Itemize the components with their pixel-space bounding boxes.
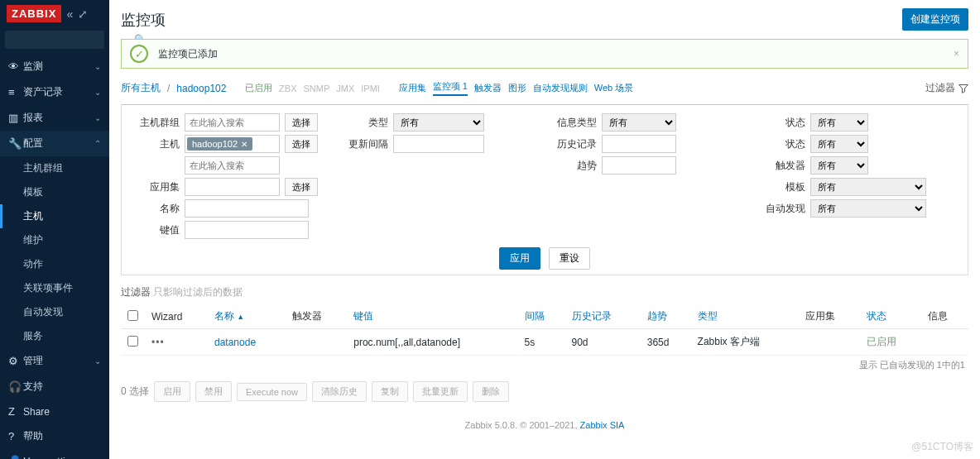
nav-help[interactable]: ?帮助 <box>0 423 109 449</box>
filter-key[interactable] <box>185 221 309 239</box>
nav-sub-correlation[interactable]: 关联项事件 <box>0 276 109 300</box>
bulk-exec[interactable]: Execute now <box>237 383 307 401</box>
select-apps[interactable]: 选择 <box>285 178 318 196</box>
popout-icon[interactable]: ⤢ <box>78 7 88 21</box>
nav-sub-templates[interactable]: 模板 <box>0 180 109 204</box>
tab-web[interactable]: Web 场景 <box>594 82 633 94</box>
bulk-enable[interactable]: 启用 <box>154 381 190 402</box>
nav-support[interactable]: 🎧支持 <box>0 374 109 399</box>
filter-template[interactable]: 所有 <box>810 178 926 196</box>
filter-name[interactable] <box>185 199 309 218</box>
crumb-all-hosts[interactable]: 所有主机 <box>121 81 161 95</box>
reset-button[interactable]: 重设 <box>549 247 590 270</box>
tab-triggers[interactable]: 触发器 <box>474 82 502 94</box>
nav-admin[interactable]: ⚙管理⌄ <box>0 348 109 374</box>
tab-items[interactable]: 监控项 1 <box>433 80 468 96</box>
col-history[interactable]: 历史记录 <box>565 304 641 329</box>
col-trend[interactable]: 趋势 <box>641 304 691 329</box>
host-tag[interactable]: hadoop102✕ <box>187 137 252 151</box>
tab-graphs[interactable]: 图形 <box>508 82 526 94</box>
check-icon: ✓ <box>130 45 148 63</box>
funnel-icon <box>958 84 968 93</box>
filter-history[interactable] <box>602 135 676 153</box>
main-content: 监控项 创建监控项 ✓ 监控项已添加 × 所有主机 / hadoop102 已启… <box>109 0 980 459</box>
bulk-actions: 0 选择 启用 禁用 Execute now 清除历史 复制 批量更新 删除 <box>109 375 980 409</box>
host-enabled: 已启用 <box>245 82 272 94</box>
row-checkbox[interactable] <box>127 336 138 347</box>
table-row: ••• datanode proc.num[,,all,datanode] 5s… <box>121 329 968 356</box>
filter-state2[interactable]: 所有 <box>810 135 868 153</box>
collapse-icon[interactable]: « <box>66 7 73 21</box>
select-host[interactable]: 选择 <box>285 135 318 153</box>
nav-sub-actions[interactable]: 动作 <box>0 252 109 276</box>
logo: ZABBIX <box>7 5 61 22</box>
item-name-link[interactable]: datanode <box>214 337 256 348</box>
filter-trend[interactable] <box>602 156 676 175</box>
watermark: @51CTO博客 <box>911 440 973 454</box>
nav-monitor[interactable]: 👁监测⌄ <box>0 54 109 79</box>
success-message: ✓ 监控项已添加 × <box>121 39 968 69</box>
footer-link[interactable]: Zabbix SIA <box>580 420 625 430</box>
nav-config[interactable]: 🔧配置⌃ <box>0 131 109 156</box>
sidebar-search[interactable]: 🔍 <box>5 31 104 49</box>
tab-discovery[interactable]: 自动发现规则 <box>533 82 588 94</box>
filter-state1[interactable]: 所有 <box>810 113 868 131</box>
message-text: 监控项已添加 <box>158 47 218 61</box>
page-title: 监控项 <box>121 10 902 30</box>
nav-inventory[interactable]: ≡资产记录⌄ <box>0 79 109 105</box>
table-summary: 显示 已自动发现的 1中的1 <box>109 356 980 375</box>
wizard-menu[interactable]: ••• <box>151 337 165 348</box>
col-type[interactable]: 类型 <box>691 304 799 329</box>
filter-info[interactable]: 所有 <box>602 113 676 131</box>
footer: Zabbix 5.0.8. © 2001–2021, Zabbix SIA <box>109 409 980 442</box>
nav-sub-hosts[interactable]: 主机 <box>0 204 109 228</box>
select-hostgroup[interactable]: 选择 <box>285 113 318 131</box>
items-table: Wizard 名称 ▲ 触发器 键值 间隔 历史记录 趋势 类型 应用集 状态 … <box>121 304 968 356</box>
col-key[interactable]: 键值 <box>347 304 517 329</box>
close-icon[interactable]: × <box>954 48 959 60</box>
col-interval[interactable]: 间隔 <box>518 304 565 329</box>
bulk-mass[interactable]: 批量更新 <box>413 381 468 402</box>
remove-tag-icon: ✕ <box>241 140 247 149</box>
col-name[interactable]: 名称 ▲ <box>208 304 286 329</box>
nav-sub-maintenance[interactable]: 维护 <box>0 228 109 252</box>
filter-discovery[interactable]: 所有 <box>810 199 926 218</box>
filter-update[interactable] <box>393 135 484 153</box>
apply-button[interactable]: 应用 <box>499 247 540 270</box>
create-item-button[interactable]: 创建监控项 <box>902 8 968 31</box>
nav-user[interactable]: 👤User settings <box>0 449 109 459</box>
tab-apps[interactable]: 应用集 <box>399 82 426 94</box>
filter-apps[interactable] <box>185 178 280 196</box>
nav-sub-discovery[interactable]: 自动发现 <box>0 300 109 324</box>
subheader: 过滤器 只影响过滤后的数据 <box>109 280 980 304</box>
filter-triggers[interactable]: 所有 <box>810 156 868 175</box>
nav-sub-hostgroups[interactable]: 主机群组 <box>0 156 109 180</box>
filter-host-extra[interactable] <box>185 156 280 175</box>
bulk-clear[interactable]: 清除历史 <box>312 381 367 402</box>
crumb-host[interactable]: hadoop102 <box>176 83 226 94</box>
filter-hostgroup[interactable] <box>185 113 280 131</box>
nav-share[interactable]: ZShare <box>0 399 109 423</box>
nav-reports[interactable]: ▥报表⌄ <box>0 105 109 131</box>
filter-panel: 主机群组选择 主机hadoop102✕选择 应用集选择 名称 键值 类型所有 更… <box>121 104 968 275</box>
select-all[interactable] <box>127 310 138 321</box>
filter-type[interactable]: 所有 <box>393 113 484 131</box>
bulk-copy[interactable]: 复制 <box>372 381 408 402</box>
breadcrumb-row: 所有主机 / hadoop102 已启用 ZBX SNMP JMX IPMI 应… <box>109 77 980 103</box>
sidebar: ZABBIX « ⤢ 🔍 👁监测⌄ ≡资产记录⌄ ▥报表⌄ 🔧配置⌃ 主机群组 … <box>0 0 109 459</box>
status-link[interactable]: 已启用 <box>867 336 896 347</box>
nav-sub-services[interactable]: 服务 <box>0 324 109 348</box>
bulk-delete[interactable]: 删除 <box>473 381 509 402</box>
filter-toggle[interactable]: 过滤器 <box>925 81 968 95</box>
bulk-disable[interactable]: 禁用 <box>195 381 232 402</box>
col-status[interactable]: 状态 <box>860 304 921 329</box>
